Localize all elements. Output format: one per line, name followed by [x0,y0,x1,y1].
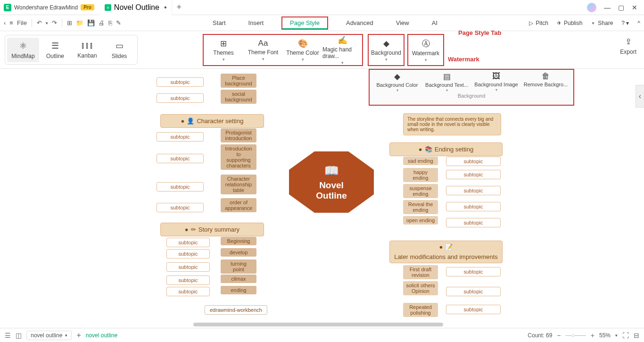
central-node[interactable]: 📖 Novel Outline [289,151,374,213]
topic-node[interactable]: social background [221,90,256,104]
topic-node[interactable]: Repeated polishing [403,303,438,317]
tab-start[interactable]: Start [208,17,230,30]
subtopic-node[interactable]: subtopic [446,202,501,211]
subtopic-node[interactable]: subtopic [166,249,210,259]
share-button[interactable]: ⚬Share [591,20,613,26]
zoom-slider[interactable]: —○—— [566,332,586,339]
storyline-description[interactable]: The storyline that connects every big an… [403,113,501,135]
background-color-button[interactable]: ◆Background Color▾ [373,72,422,92]
subtopic-node[interactable]: subtopic [157,77,204,87]
topic-node[interactable]: happy ending [403,168,438,182]
theme-font-button[interactable]: AaTheme Font▾ [243,35,283,65]
topic-node[interactable]: turning point [221,259,256,274]
tab-advanced[interactable]: Advanced [341,17,378,30]
canvas[interactable]: ◆Background Color▾ ▤Background Text...▾ … [0,69,644,328]
topic-node[interactable]: Reveal the ending [403,200,438,214]
theme-color-button[interactable]: 🎨Theme Color▾ [283,35,322,65]
background-text-button[interactable]: ▤Background Text...▾ [422,72,471,92]
side-panel-toggle[interactable]: ‹ [636,85,644,108]
tab-insert[interactable]: Insert [244,17,269,30]
topic-node[interactable]: solicit others Opinion [403,281,438,295]
user-avatar[interactable] [587,3,596,12]
zoom-out-button[interactable]: − [557,332,561,339]
themes-button[interactable]: ⊞Themes▾ [204,35,243,65]
hamburger-icon[interactable]: ≡ [9,19,13,26]
subtopic-node[interactable]: subtopic [157,203,204,212]
undo-button[interactable]: ↶ [37,19,42,26]
caret-icon[interactable]: ▾ [615,333,618,338]
save-button[interactable]: 💾 [87,19,95,26]
section-character-setting[interactable]: ●👤Character setting [160,114,264,128]
view-mindmap[interactable]: ⚛MindMap [7,38,39,62]
export-icon[interactable]: ⎘ [108,19,112,26]
remove-background-button[interactable]: 🗑Remove Backgro... [521,72,570,92]
add-page-button[interactable]: + [76,331,81,340]
caret-icon[interactable]: ▾ [46,21,48,25]
subtopic-node[interactable]: subtopic [157,182,204,192]
redo-button[interactable]: ↷ [52,19,57,26]
subtopic-node[interactable]: subtopic [157,93,204,103]
add-tab-button[interactable]: + [172,2,187,12]
subtopic-node[interactable]: subtopic [446,267,501,276]
collapse-ribbon-button[interactable]: ^ [637,20,640,26]
fit-button[interactable]: ⊟ [634,332,639,339]
subtopic-node[interactable]: subtopic [446,218,501,227]
view-slides[interactable]: ▭Slides [103,38,135,62]
active-doc-label[interactable]: novel outline [86,332,117,339]
publish-button[interactable]: ✈Publish [557,20,582,26]
subtopic-node[interactable]: subtopic [157,132,204,142]
document-tab[interactable]: ≡ Novel Outline • [100,0,172,15]
subtopic-node[interactable]: subtopic [446,170,501,179]
topic-node[interactable]: sad ending [403,157,438,165]
subtopic-node[interactable]: subtopic [166,238,210,247]
view-kanban[interactable]: ⫿⫿⫿Kanban [71,38,103,62]
topic-node[interactable]: First draft revision [403,265,438,279]
view-outline[interactable]: ☰Outline [39,38,71,62]
topic-node[interactable]: Protagonist introduction [221,128,256,142]
topic-node[interactable]: Introduction to supporting characters [221,144,256,170]
print-button[interactable]: 🖨 [99,19,105,26]
tab-page-style[interactable]: Page Style [281,17,328,30]
topic-node[interactable]: climax [221,275,256,283]
topic-node[interactable]: order of appearance [221,198,256,212]
subtopic-node[interactable]: subtopic [157,154,204,163]
close-button[interactable]: ✕ [632,4,637,11]
panel-icon[interactable]: ◫ [16,332,22,339]
background-button[interactable]: ◆Background▾ [368,34,405,66]
subtopic-node[interactable]: subtopic [446,305,501,314]
section-story-summary[interactable]: ●✏Story summary [160,223,264,236]
section-ending-setting[interactable]: ●📚Ending setting [389,142,503,156]
fullscreen-button[interactable]: ⛶ [622,332,629,339]
export-button[interactable]: ⇪Export [620,37,636,55]
subtopic-node[interactable]: subtopic [446,287,501,296]
horizontal-scrollbar[interactable] [193,323,443,326]
topic-node[interactable]: ending [221,286,256,294]
subtopic-node[interactable]: subtopic [446,157,501,166]
tab-view[interactable]: View [391,17,414,30]
background-image-button[interactable]: 🖼Background Image▾ [472,72,521,92]
zoom-in-button[interactable]: + [591,332,594,339]
minimize-button[interactable]: — [604,4,611,11]
subtopic-node[interactable]: subtopic [166,262,210,272]
new-button[interactable]: ⊞ [67,19,72,26]
section-later-modifications[interactable]: ●📝Later modifications and improvements [389,241,503,263]
pitch-button[interactable]: ▷Pitch [529,20,548,26]
subtopic-node[interactable]: subtopic [446,186,501,195]
open-button[interactable]: 📁 [76,19,83,26]
topic-node[interactable]: Place background [221,74,256,88]
nav-back-button[interactable]: ‹ [4,19,6,26]
style-icon[interactable]: ✎ [116,19,121,26]
subtopic-node[interactable]: subtopic [166,275,210,285]
subtopic-node[interactable]: subtopic [166,287,210,296]
file-menu[interactable]: File [17,19,27,26]
topic-node[interactable]: open ending [403,216,438,225]
help-button[interactable]: ? ▾ [621,20,629,26]
tab-ai[interactable]: AI [427,17,442,30]
workbench-node[interactable]: edrawmind-workbench [205,305,267,315]
magic-hand-button[interactable]: ✍Magic hand draw...▾ [322,35,362,65]
topic-node[interactable]: Beginning [221,237,256,245]
maximize-button[interactable]: ▢ [618,4,624,11]
watermark-button[interactable]: ⒶWatermark▾ [407,34,444,66]
topic-node[interactable]: Character relationship table [221,175,256,194]
outline-toggle-icon[interactable]: ☰ [5,332,11,339]
